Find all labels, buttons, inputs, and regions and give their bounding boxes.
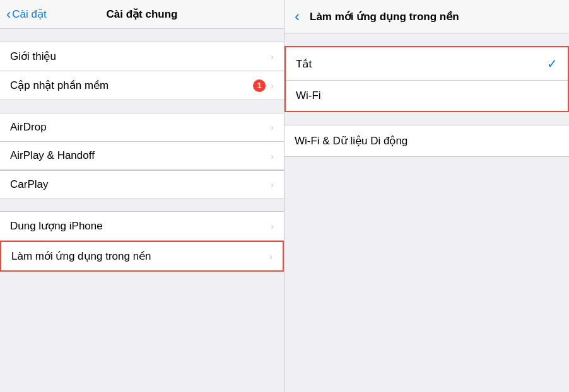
settings-group-3: Dung lượng iPhone › Làm mới ứng dụng tro… <box>0 212 284 272</box>
update-badge: 1 <box>253 79 266 92</box>
airplay-label: AirPlay & Handoff <box>10 149 95 162</box>
airdrop-right: › <box>271 122 274 132</box>
additional-label: Wi-Fi & Dữ liệu Di động <box>295 135 408 147</box>
right-back-button[interactable]: ‹ <box>295 8 302 25</box>
cap-nhat-label: Cập nhật phần mềm <box>10 79 109 92</box>
settings-item-airplay[interactable]: AirPlay & Handoff › <box>0 141 284 170</box>
gioi-thieu-label: Giới thiệu <box>10 50 56 63</box>
tat-label: Tắt <box>296 57 312 71</box>
left-nav-header: ‹ Cài đặt Cài đặt chung <box>0 0 284 29</box>
airplay-right: › <box>271 151 274 161</box>
options-group: Tắt ✓ Wi-Fi <box>284 46 569 112</box>
settings-item-gioi-thieu[interactable]: Giới thiệu › <box>0 42 284 71</box>
left-nav-title: Cài đặt chung <box>107 8 178 21</box>
lam-moi-label: Làm mới ứng dụng trong nền <box>11 250 151 263</box>
wifi-label: Wi-Fi <box>296 89 321 102</box>
right-panel: ‹ Làm mới ứng dụng trong nền Tắt ✓ Wi-Fi… <box>284 0 569 392</box>
lam-moi-right: › <box>269 251 273 262</box>
chevron-right-icon-6: › <box>271 221 274 231</box>
settings-item-dung-luong[interactable]: Dung lượng iPhone › <box>0 211 284 241</box>
gioi-thieu-right: › <box>271 51 274 62</box>
left-panel: ‹ Cài đặt Cài đặt chung Giới thiệu › Cập… <box>0 0 284 392</box>
settings-item-cap-nhat[interactable]: Cập nhật phần mềm 1 › <box>0 71 284 100</box>
settings-item-carplay[interactable]: CarPlay › <box>0 170 284 199</box>
back-button[interactable]: ‹ Cài đặt <box>6 8 47 21</box>
right-back-chevron-icon: ‹ <box>295 8 300 25</box>
dung-luong-label: Dung lượng iPhone <box>10 219 103 233</box>
carplay-label: CarPlay <box>10 178 48 191</box>
back-label: Cài đặt <box>12 8 46 21</box>
chevron-right-icon-2: › <box>271 80 274 91</box>
option-tat[interactable]: Tắt ✓ <box>286 47 568 80</box>
dung-luong-right: › <box>271 221 274 231</box>
carplay-right: › <box>271 179 274 190</box>
chevron-right-icon-3: › <box>271 122 274 132</box>
right-nav-title: Làm mới ứng dụng trong nền <box>310 10 459 23</box>
option-wifi[interactable]: Wi-Fi <box>286 80 568 111</box>
chevron-right-icon-7: › <box>269 251 273 262</box>
back-chevron-icon: ‹ <box>6 8 11 21</box>
settings-item-airdrop[interactable]: AirDrop › <box>0 113 284 142</box>
chevron-right-icon: › <box>271 51 274 62</box>
airdrop-label: AirDrop <box>10 121 47 134</box>
chevron-right-icon-4: › <box>271 151 274 161</box>
right-nav-header: ‹ Làm mới ứng dụng trong nền <box>284 0 569 33</box>
cap-nhat-right: 1 › <box>253 79 274 92</box>
settings-group-1: Giới thiệu › Cập nhật phần mềm 1 › <box>0 42 284 100</box>
chevron-right-icon-5: › <box>271 179 274 190</box>
additional-option[interactable]: Wi-Fi & Dữ liệu Di động <box>284 125 569 157</box>
checkmark-icon: ✓ <box>547 56 558 71</box>
settings-group-2: AirDrop › AirPlay & Handoff › CarPlay › <box>0 113 284 199</box>
settings-item-lam-moi[interactable]: Làm mới ứng dụng trong nền › <box>0 241 284 272</box>
